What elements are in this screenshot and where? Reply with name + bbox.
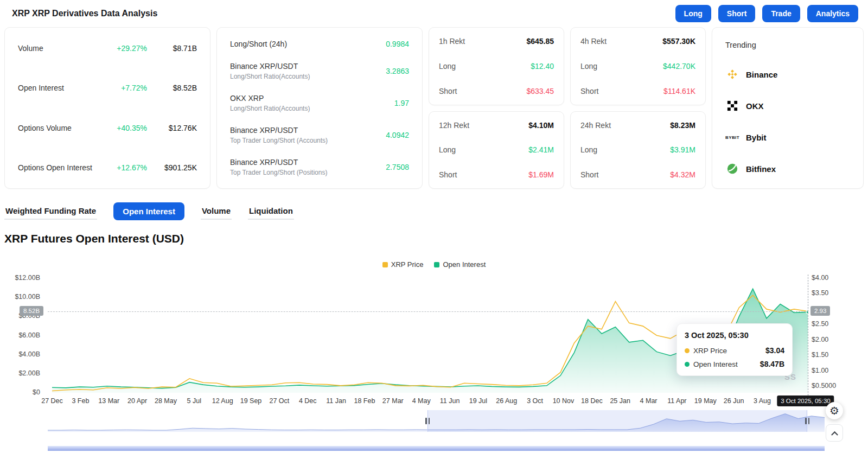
x-axis-label: 18 Dec <box>581 397 603 405</box>
x-axis-label: 20 Apr <box>127 397 147 405</box>
scroll-to-top-button[interactable] <box>826 424 843 442</box>
rekt-title: 4h Rekt <box>580 37 607 46</box>
rekt-card-12h: 12h Rekt$4.10M Long$2.41M Short$1.69M <box>429 111 564 189</box>
ratio-sublabel: Top Trader Long/Short (Accounts) <box>230 137 328 144</box>
trending-item-okx[interactable]: OKX <box>725 99 850 112</box>
navigator-right-handle[interactable] <box>803 417 811 425</box>
x-axis-label: 27 Dec <box>41 397 63 405</box>
x-axis-label: 19 Jul <box>469 397 487 405</box>
ratio-row: Long/Short (24h) 0.9984 <box>230 40 409 48</box>
x-axis-label: 26 Aug <box>496 397 517 405</box>
rekt-card-4h: 4h Rekt$557.30K Long$442.70K Short$114.6… <box>570 27 706 105</box>
tab-open-interest[interactable]: Open Interest <box>113 202 184 220</box>
topbar: XRP XRP Derivatives Data Analysis Long S… <box>0 0 868 27</box>
open-interest-swatch <box>434 262 439 267</box>
next-chart-edge <box>48 446 825 451</box>
y-axis-left-label: $2.00B <box>18 369 40 377</box>
navigator-left-handle[interactable] <box>424 417 431 425</box>
long-short-ratios-card: Long/Short (24h) 0.9984 Binance XRP/USDT… <box>216 27 423 189</box>
tab-volume[interactable]: Volume <box>201 203 232 220</box>
x-axis-label: 10 Nov <box>553 397 575 405</box>
legend-item-xrp-price[interactable]: XRP Price <box>382 260 424 269</box>
rekt-short-value: $114.61K <box>663 87 695 95</box>
y-axis-right-label: $2.50 <box>812 320 828 328</box>
stat-change: +7.72% <box>95 84 147 92</box>
rekt-card-1h: 1h Rekt$645.85 Long$12.40 Short$633.45 <box>429 27 564 105</box>
tooltip-value: $8.47B <box>760 360 784 368</box>
crosshair-date-badge: 3 Oct 2025, 05:30 <box>777 395 834 406</box>
legend-item-open-interest[interactable]: Open Interest <box>434 260 486 269</box>
ratio-row: Binance XRP/USDT Top Trader Long/Short (… <box>230 126 409 144</box>
x-axis-label: 3 Feb <box>72 397 89 405</box>
chart-tooltip: 3 Oct 2025, 05:30 XRP Price $3.04 Open I… <box>676 323 793 376</box>
tooltip-label: XRP Price <box>693 347 727 355</box>
short-button[interactable]: Short <box>718 5 756 22</box>
trending-item-bitfinex[interactable]: Bitfinex <box>725 162 850 175</box>
navigator-selected-range[interactable] <box>427 410 807 432</box>
x-axis-label: 18 Feb <box>354 397 375 405</box>
stat-row-options-open-interest: Options Open Interest +12.67% $901.25K <box>18 163 197 172</box>
x-axis-label: 4 May <box>412 397 431 405</box>
okx-icon <box>725 99 739 112</box>
y-axis-right-label: $4.00 <box>812 274 828 282</box>
trending-card: Trending Binance OKX BYBIT <box>712 27 864 189</box>
xrp-price-swatch <box>382 262 388 267</box>
rekt-short-label: Short <box>580 87 598 95</box>
rekt-short-value: $1.69M <box>528 170 554 179</box>
tooltip-value: $3.04 <box>765 346 784 355</box>
crosshair-line <box>808 275 808 398</box>
current-value-gridline <box>48 311 808 312</box>
long-button[interactable]: Long <box>675 5 711 22</box>
ratio-label: Binance XRP/USDT <box>230 126 328 135</box>
settings-gear-button[interactable]: ⚙ <box>826 402 843 419</box>
y-axis-right-label: $2.00 <box>812 336 828 343</box>
current-oi-badge: 8.52B <box>20 306 43 316</box>
analytics-button[interactable]: Analytics <box>807 5 858 22</box>
stat-change: +40.35% <box>95 124 147 132</box>
rekt-long-label: Long <box>580 62 597 71</box>
tab-weighted-funding-rate[interactable]: Weighted Funding Rate <box>4 203 97 220</box>
tooltip-label: Open Interest <box>693 360 738 368</box>
y-axis-right-label: $1.00 <box>812 367 828 374</box>
gear-icon: ⚙ <box>829 404 839 417</box>
rekt-title: 24h Rekt <box>580 121 611 130</box>
ratio-sublabel: Top Trader Long/Short (Positions) <box>230 169 327 176</box>
trade-button[interactable]: Trade <box>762 5 800 22</box>
rekt-total: $645.85 <box>526 37 554 46</box>
stat-row-open-interest: Open Interest +7.72% $8.52B <box>18 84 197 92</box>
x-axis-label: 13 Mar <box>98 397 119 405</box>
tab-liquidation[interactable]: Liquidation <box>248 203 294 220</box>
rekt-long-label: Long <box>439 145 456 154</box>
ratio-label: OKX XRP <box>230 94 310 103</box>
trending-item-bybit[interactable]: BYBIT Bybit <box>725 131 850 144</box>
ratio-value: 0.9984 <box>386 40 409 48</box>
x-axis-label: 11 Apr <box>667 397 686 405</box>
rekt-long-label: Long <box>580 145 597 154</box>
x-axis-label: 4 Mar <box>640 397 658 405</box>
y-axis-right-label: $3.50 <box>812 289 828 297</box>
y-axis-left-label: $6.00B <box>18 331 40 339</box>
bybit-icon: BYBIT <box>725 131 739 144</box>
stat-label: Open Interest <box>18 84 64 92</box>
rekt-total: $557.30K <box>662 37 695 46</box>
x-axis-label: 28 May <box>155 397 177 405</box>
ratio-label: Long/Short (24h) <box>230 40 287 48</box>
rekt-card-24h: 24h Rekt$8.23M Long$3.91M Short$4.32M <box>570 111 706 189</box>
trending-item-label: Bitfinex <box>746 164 776 174</box>
trending-item-label: OKX <box>746 101 764 111</box>
chart-legend: XRP Price Open Interest <box>0 260 868 269</box>
trending-item-binance[interactable]: Binance <box>725 68 850 81</box>
x-axis-label: 3 Oct <box>527 397 543 405</box>
rekt-short-label: Short <box>580 170 598 179</box>
stat-change: +29.27% <box>95 44 147 53</box>
x-axis-label: 27 Oct <box>269 397 289 405</box>
rekt-short-value: $633.45 <box>526 87 554 95</box>
stat-value: $8.71B <box>147 44 197 53</box>
ratio-sublabel: Long/Short Ratio(Accounts) <box>230 73 310 80</box>
xrp-price-dot-icon <box>685 348 690 353</box>
trending-item-label: Bybit <box>746 133 767 142</box>
open-interest-dot-icon <box>685 362 690 367</box>
rekt-long-value: $3.91M <box>670 145 695 154</box>
chart-range-navigator[interactable] <box>48 410 825 432</box>
tooltip-row-open-interest: Open Interest $8.47B <box>685 360 784 368</box>
